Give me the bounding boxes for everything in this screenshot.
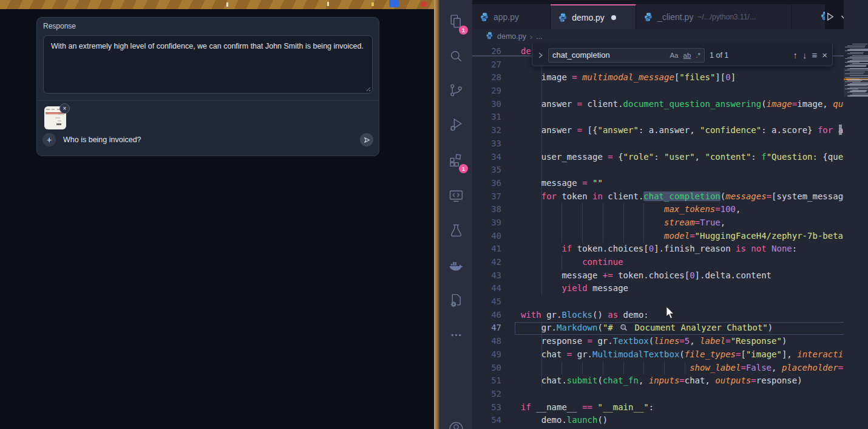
find-results-count: 1 of 1 [710, 51, 728, 60]
find-query[interactable]: chat_completion [552, 50, 665, 60]
code-line-52[interactable]: 52 [472, 388, 844, 401]
code-line-31[interactable]: 31 [472, 111, 844, 124]
code-line-28[interactable]: 28 image = multimodal_message["files"][0… [472, 71, 844, 84]
remove-attachment-button[interactable]: × [59, 103, 70, 114]
minimap[interactable] [844, 0, 868, 429]
titlebar-speck [226, 2, 228, 7]
titlebar-speck [421, 2, 427, 7]
code-line-40[interactable]: 40 model="HuggingFaceH4/zephyr-7b-beta", [472, 230, 844, 243]
code-text: image = multimodal_message["files"][0] [521, 71, 736, 84]
code-line-36[interactable]: 36 message = "" [472, 177, 844, 190]
code-line-42[interactable]: 42 continue [472, 256, 844, 269]
response-text: With an extremely high level of confiden… [51, 42, 364, 50]
gradio-panel: Response With an extremely high level of… [36, 17, 379, 156]
whole-word-toggle[interactable]: ab [683, 52, 691, 59]
code-line-30[interactable]: 30 answer = client.document_question_ans… [472, 98, 844, 111]
python-file-icon [486, 32, 493, 41]
resize-handle[interactable] [365, 86, 370, 91]
code-line-49[interactable]: 49 chat = gr.MultimodalTextbox(file_type… [472, 348, 844, 362]
chat-input[interactable]: Who is being invoiced? [63, 136, 141, 144]
screen: Response With an extremely high level of… [0, 0, 868, 429]
line-number: 30 [472, 98, 501, 111]
line-number: 34 [472, 151, 501, 164]
code-line-53[interactable]: 53if __name__ == "__main__": [472, 401, 844, 414]
activity-search-icon[interactable] [440, 40, 472, 72]
line-number: 45 [472, 295, 501, 309]
code-text: user_message = {"role": "user", "content… [521, 151, 844, 164]
activity-cmake-tools-icon[interactable] [440, 284, 472, 316]
line-number: 38 [472, 203, 501, 216]
code-line-38[interactable]: 38 max_tokens=100, [472, 203, 844, 216]
code-text: model="HuggingFaceH4/zephyr-7b-beta", [521, 230, 844, 243]
tab-_client.py[interactable]: _client.py~/.../python3.11/... [636, 4, 792, 29]
activity-docker-icon[interactable] [440, 250, 472, 281]
code-text: with gr.Blocks() as demo: [521, 309, 649, 322]
code-line-48[interactable]: 48 response = gr.Textbox(lines=5, label=… [472, 335, 844, 348]
find-input[interactable]: chat_completion Aa ab .* [548, 48, 705, 63]
close-find-button[interactable]: × [822, 50, 827, 60]
code-line-41[interactable]: 41 if token.choices[0].finish_reason is … [472, 242, 844, 256]
tab-partial[interactable] [792, 4, 826, 29]
code-text: if __name__ == "__main__": [521, 401, 654, 414]
line-number: 35 [472, 163, 501, 177]
code-editor[interactable]: 26def chat_fn(multimodal_message):2728 i… [472, 45, 844, 429]
breadcrumb-file[interactable]: demo.py [497, 32, 526, 41]
editor-group: app.pydemo.py_client.py~/.../python3.11/… [472, 0, 868, 429]
code-line-29[interactable]: 29 [472, 84, 844, 98]
tab-app.py[interactable]: app.py [472, 4, 551, 29]
code-line-51[interactable]: 51 chat.submit(chat_fn, inputs=chat, out… [472, 374, 844, 388]
tab-label: app.py [493, 12, 519, 22]
code-text: max_tokens=100, [521, 203, 741, 216]
code-line-32[interactable]: 32 answer = [{"answer": a.answer, "confi… [472, 124, 844, 137]
activity-badge: 1 [459, 26, 468, 35]
find-in-selection-button[interactable]: ≡ [812, 50, 817, 60]
code-line-44[interactable]: 44 yield message [472, 282, 844, 295]
activity-extensions-icon[interactable]: 1 [440, 144, 472, 176]
vscode-window: 11 app.pydemo.py_client.py~/.../python3.… [439, 0, 868, 429]
line-number: 51 [472, 374, 501, 388]
code-line-43[interactable]: 43 message += token.choices[0].delta.con… [472, 269, 844, 283]
code-line-45[interactable]: 45 [472, 295, 844, 309]
activity-explorer-icon[interactable]: 1 [440, 5, 472, 37]
code-line-34[interactable]: 34 user_message = {"role": "user", "cont… [472, 151, 844, 164]
activity-run-debug-icon[interactable] [440, 109, 472, 140]
find-next-button[interactable]: ↓ [802, 50, 807, 60]
code-line-46[interactable]: 46with gr.Blocks() as demo: [472, 309, 844, 322]
response-textbox[interactable]: With an extremely high level of confiden… [43, 35, 373, 94]
find-previous-button[interactable]: ↑ [793, 50, 798, 60]
run-button[interactable] [826, 12, 835, 21]
line-number: 48 [472, 335, 501, 348]
gradio-app-window: Response With an extremely high level of… [0, 0, 434, 429]
line-number: 40 [472, 230, 501, 243]
activity-more-icon[interactable] [440, 319, 472, 351]
tab-bar: app.pydemo.py_client.py~/.../python3.11/… [472, 0, 868, 29]
code-line-50[interactable]: 50 show_label=False, placeholder= [472, 362, 844, 375]
line-number: 52 [472, 388, 501, 401]
code-line-37[interactable]: 37 for token in client.chat_completion(m… [472, 190, 844, 204]
activity-remote-explorer-icon[interactable] [440, 180, 472, 211]
titlebar-speck [371, 2, 374, 6]
activity-source-control-icon[interactable] [440, 74, 472, 106]
overview-ruler-mark [839, 125, 842, 135]
regex-toggle[interactable]: .* [696, 52, 700, 59]
code-line-39[interactable]: 39 stream=True, [472, 216, 844, 230]
minimap-content [844, 44, 868, 117]
browser-titlebar-sliver [0, 0, 434, 9]
line-number: 39 [472, 216, 501, 230]
magnifier-emoji-icon [618, 323, 629, 332]
code-line-54[interactable]: 54 demo.launch() [472, 414, 844, 427]
code-line-35[interactable]: 35 [472, 163, 844, 177]
tab-demo.py[interactable]: demo.py [551, 4, 636, 29]
add-file-button[interactable]: + [42, 133, 56, 146]
toggle-replace-chevron[interactable] [537, 52, 543, 59]
breadcrumb-more[interactable]: ... [536, 32, 542, 41]
activity-testing-icon[interactable] [440, 214, 472, 246]
code-text: chat = gr.MultimodalTextbox(file_types=[… [521, 348, 844, 362]
send-button[interactable] [360, 133, 373, 146]
code-line-33[interactable]: 33 [472, 137, 844, 151]
line-number: 44 [472, 282, 501, 295]
match-case-toggle[interactable]: Aa [670, 52, 678, 59]
activity-account-icon[interactable] [440, 411, 472, 429]
mouse-pointer [665, 306, 675, 320]
code-line-47[interactable]: 47 gr.Markdown("# Document Analyzer Chat… [472, 321, 844, 335]
